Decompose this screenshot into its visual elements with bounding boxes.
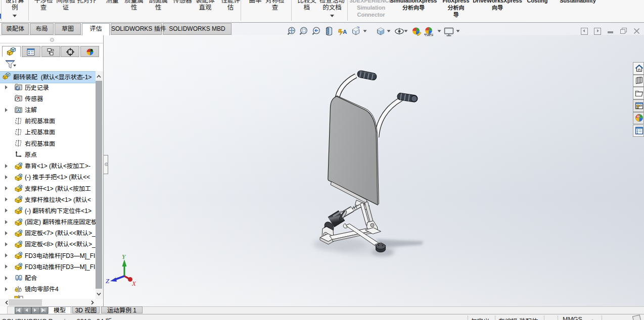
- svg-text:Z: Z: [106, 277, 110, 285]
- svg-text:Y: Y: [122, 253, 126, 260]
- svg-text:X: X: [131, 280, 136, 287]
- svg-text:A: A: [343, 29, 347, 35]
- svg-text:A: A: [17, 108, 20, 113]
